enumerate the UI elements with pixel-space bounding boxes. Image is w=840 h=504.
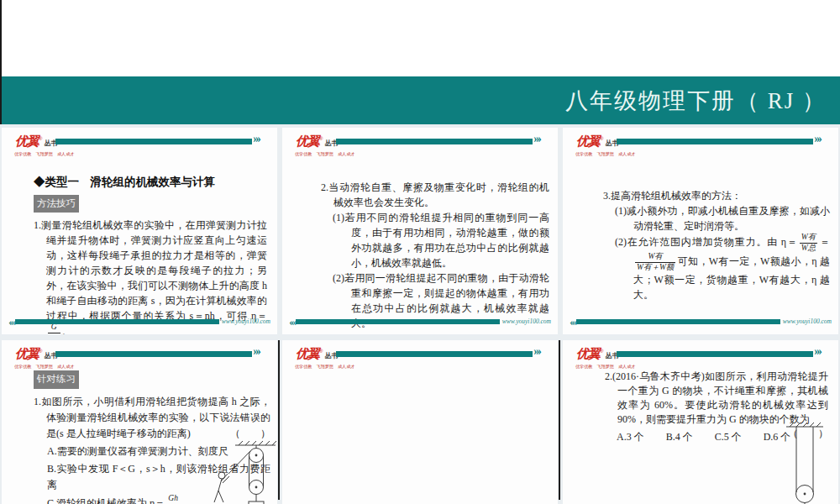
logo-text: 优翼 <box>15 346 39 360</box>
header-rule <box>55 139 252 144</box>
option-b: B.4 个 <box>666 430 693 444</box>
footer-rule <box>576 319 780 324</box>
slide-header: 优翼®丛书 优学优教 飞翔梦想 成人成才 ››› <box>563 128 838 163</box>
chevrons-left-icon: ‹‹‹ <box>570 318 575 325</box>
logo-text: 优翼 <box>576 134 600 148</box>
slide-footer: ‹‹‹ www.youyi100.com <box>570 318 832 325</box>
section-badge: 针对练习 <box>34 370 79 389</box>
chevrons-left-icon: ‹‹‹ <box>8 318 14 325</box>
slide-thumbnail-5[interactable]: 优翼®丛书 优学优教 飞翔梦想 成人成才 ››› <box>282 340 558 504</box>
slide-thumbnail-1[interactable]: 优翼®丛书 优学优教 飞翔梦想 成人成才 ››› ◆类型一 滑轮组的机械效率与计… <box>2 128 277 334</box>
slide-content: ◆类型一 滑轮组的机械效率与计算 方法技巧 1.测量滑轮组机械效率的实验中，在用… <box>34 175 267 334</box>
force-label: F <box>232 462 238 470</box>
youyi-logo: 优翼®丛书 <box>296 346 338 362</box>
point-paragraph: 2.当动滑轮自重、摩擦及物重变化时，滑轮组的机械效率也会发生变化。 <box>321 180 549 210</box>
slide-thumbnail-6[interactable]: 优翼®丛书 优学优教 飞翔梦想 成人成才 ››› 2.(2016·乌鲁木齐中考)… <box>563 340 838 504</box>
chevrons-right-icon: ››› <box>253 345 260 359</box>
footer-rule <box>296 319 500 324</box>
slide-content: 2.当动滑轮自重、摩擦及物重变化时，滑轮组的机械效率也会发生变化。 (1)若用不… <box>321 180 549 331</box>
registered-mark-icon: ® <box>319 136 323 141</box>
brand-tagline: 优学优教 飞翔梦想 成人成才 <box>295 151 354 158</box>
chevrons-right-icon: ››› <box>253 133 260 146</box>
logo-text: 优翼 <box>296 346 319 360</box>
sub-point-2: (2)在允许范围内增加货物重力。由 η＝W有W总＝W有W有＋W额可知，W有一定，… <box>615 234 830 302</box>
logo-text: 优翼 <box>15 134 39 148</box>
footer-rule <box>15 319 219 324</box>
question-stem: 2.(2016·乌鲁木齐中考)如图所示，利用动滑轮提升一个重为 G 的物块，不计… <box>605 370 828 427</box>
pulley-system-figure: F <box>208 438 277 504</box>
chevrons-left-icon: ‹‹‹ <box>289 318 295 325</box>
header-rule <box>336 351 533 357</box>
slide-separator <box>278 340 280 500</box>
slide-thumbnail-3[interactable]: 优翼®丛书 优学优教 飞翔梦想 成人成才 ››› 3.提高滑轮组机械效率的方法：… <box>563 128 838 334</box>
handout-page: 八年级物理下册（ RJ ） 优翼®丛书 优学优教 飞翔梦想 成人成才 ››› ◆… <box>0 0 840 504</box>
slide-content: 3.提高滑轮组机械效率的方法： (1)减小额外功，即减小机械自重及摩擦，如减小动… <box>603 188 830 302</box>
type-heading: ◆类型一 滑轮组的机械效率与计算 <box>34 175 267 190</box>
formula-fraction: W有W有＋W额 <box>635 253 675 272</box>
movable-pulley-figure <box>783 420 827 504</box>
header-rule <box>336 139 533 144</box>
slide-thumbnail-4[interactable]: 优翼®丛书 优学优教 飞翔梦想 成人成才 ››› 针对练习 1.如图所示，小明借… <box>2 340 277 504</box>
chevrons-right-icon: ››› <box>814 345 821 359</box>
section-badge: 方法技巧 <box>34 195 79 213</box>
header-rule <box>55 351 252 357</box>
youyi-logo: 优翼®丛书 <box>15 134 57 150</box>
website-url: www.youyi100.com <box>222 318 270 325</box>
slide-header: 优翼®丛书 优学优教 飞翔梦想 成人成才 ››› <box>282 128 558 163</box>
book-title: 八年级物理下册（ RJ ） <box>565 86 827 116</box>
sub-point-1: (1)若用不同的滑轮组提升相同的重物到同一高度，由于有用功相同，动滑轮越重，做的… <box>333 210 549 270</box>
registered-mark-icon: ® <box>319 349 323 354</box>
registered-mark-icon: ® <box>39 136 42 141</box>
youyi-logo: 优翼®丛书 <box>576 346 618 362</box>
slide-header: 优翼®丛书 优学优教 飞翔梦想 成人成才 ››› <box>2 128 277 163</box>
brand-tagline: 优学优教 飞翔梦想 成人成才 <box>575 151 635 158</box>
slide-separator <box>559 340 560 500</box>
options-row: A.3 个 B.4 个 C.5 个 D.6 个 <box>617 430 801 444</box>
logo-text: 优翼 <box>576 346 600 360</box>
registered-mark-icon: ® <box>600 136 603 141</box>
slide-header: 优翼®丛书 优学优教 飞翔梦想 成人成才 ››› <box>282 340 558 375</box>
slide-footer: ‹‹‹ www.youyi100.com <box>8 318 270 325</box>
slide-thumbnail-2[interactable]: 优翼®丛书 优学优教 飞翔梦想 成人成才 ››› 2.当动滑轮自重、摩擦及物重变… <box>282 128 558 334</box>
brand-tagline: 优学优教 飞翔梦想 成人成才 <box>14 364 74 370</box>
chevrons-right-icon: ››› <box>814 133 821 146</box>
formula-fraction: GhFs <box>166 495 180 504</box>
header-rule <box>617 139 813 144</box>
brand-tagline: 优学优教 飞翔梦想 成人成才 <box>295 364 354 370</box>
registered-mark-icon: ® <box>39 349 42 354</box>
point-paragraph: 3.提高滑轮组机械效率的方法： <box>603 188 830 203</box>
formula-fraction: W有W总 <box>800 234 817 253</box>
question-stem: 1.如图所示，小明借利用滑轮组把货物提高 h 之际，体验测量滑轮组机械效率的实验… <box>34 394 270 442</box>
website-url: www.youyi100.com <box>783 318 832 325</box>
option-c: C.5 个 <box>715 430 742 444</box>
chevrons-right-icon: ››› <box>533 133 540 146</box>
youyi-logo: 优翼®丛书 <box>576 134 618 150</box>
header-rule <box>617 351 813 357</box>
option-a: A.3 个 <box>617 430 644 444</box>
youyi-logo: 优翼®丛书 <box>296 134 338 150</box>
website-url: www.youyi100.com <box>502 318 551 325</box>
chevrons-right-icon: ››› <box>533 345 540 359</box>
registered-mark-icon: ® <box>600 349 603 354</box>
slides-canvas: 优翼®丛书 优学优教 飞翔梦想 成人成才 ››› ◆类型一 滑轮组的机械效率与计… <box>0 124 840 504</box>
youyi-logo: 优翼®丛书 <box>15 346 57 362</box>
sub-point-1: (1)减小额外功，即减小机械自重及摩擦，如减小动滑轮重、定时润滑等。 <box>615 203 830 234</box>
slide-footer: ‹‹‹ www.youyi100.com <box>289 318 551 325</box>
book-title-band: 八年级物理下册（ RJ ） <box>2 76 840 124</box>
brand-tagline: 优学优教 飞翔梦想 成人成才 <box>14 151 74 158</box>
logo-text: 优翼 <box>296 134 319 148</box>
